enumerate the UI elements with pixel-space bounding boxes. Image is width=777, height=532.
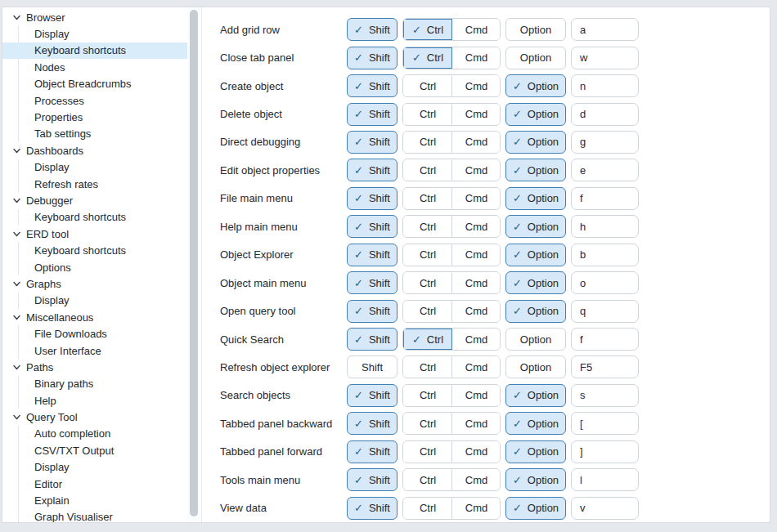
option-toggle[interactable]: ✓Option	[505, 300, 566, 323]
cmd-toggle[interactable]: ✓Cmd	[451, 216, 501, 237]
tree-item-display[interactable]: Display	[2, 459, 187, 476]
shift-toggle[interactable]: ✓Shift	[347, 412, 397, 435]
key-input[interactable]	[571, 384, 639, 407]
shift-toggle[interactable]: ✓Shift	[347, 300, 397, 323]
tree-item-options[interactable]: Options	[2, 259, 187, 275]
ctrl-toggle[interactable]: ✓Ctrl	[403, 19, 452, 40]
option-toggle[interactable]: ✓Option	[505, 271, 566, 294]
ctrl-toggle[interactable]: ✓Ctrl	[403, 498, 452, 519]
ctrl-toggle[interactable]: ✓Ctrl	[403, 356, 452, 378]
key-input[interactable]	[571, 103, 639, 126]
tree-item-explain[interactable]: Explain	[2, 492, 187, 508]
shift-toggle[interactable]: ✓Shift	[347, 271, 397, 294]
key-input[interactable]	[571, 468, 639, 491]
tree-item-nodes[interactable]: Nodes	[2, 59, 187, 75]
chevron-down-icon[interactable]	[12, 13, 21, 22]
tree-item-properties[interactable]: Properties	[2, 109, 187, 125]
option-toggle[interactable]: ✓Option	[505, 215, 566, 238]
cmd-toggle[interactable]: ✓Cmd	[451, 441, 501, 463]
shift-toggle[interactable]: ✓Shift	[347, 468, 397, 491]
ctrl-toggle[interactable]: ✓Ctrl	[403, 104, 452, 125]
tree-item-keyboard-shortcuts[interactable]: Keyboard shortcuts	[2, 242, 187, 258]
key-input[interactable]	[571, 271, 639, 294]
option-toggle[interactable]: ✓Option	[505, 412, 566, 435]
ctrl-toggle[interactable]: ✓Ctrl	[403, 159, 452, 181]
key-input[interactable]	[571, 440, 639, 463]
key-input[interactable]	[571, 159, 639, 181]
key-input[interactable]	[571, 187, 639, 210]
key-input[interactable]	[571, 131, 639, 154]
tree-item-paths[interactable]: Paths	[2, 359, 187, 375]
option-toggle[interactable]: ✓Option	[505, 440, 566, 463]
tree-item-refresh-rates[interactable]: Refresh rates	[2, 176, 187, 192]
shift-toggle[interactable]: ✓Shift	[347, 384, 397, 407]
sidebar-scrollbar-thumb[interactable]	[190, 10, 198, 516]
chevron-down-icon[interactable]	[12, 313, 21, 322]
sidebar-scrollbar[interactable]	[187, 7, 201, 522]
cmd-toggle[interactable]: ✓Cmd	[451, 19, 501, 40]
ctrl-toggle[interactable]: ✓Ctrl	[403, 216, 452, 237]
key-input[interactable]	[571, 300, 639, 323]
tree-item-miscellaneous[interactable]: Miscellaneous	[2, 309, 187, 325]
option-toggle[interactable]: ✓Option	[505, 244, 566, 266]
shift-toggle[interactable]: ✓Shift	[347, 74, 397, 97]
shift-toggle[interactable]: ✓Shift	[347, 355, 397, 378]
ctrl-toggle[interactable]: ✓Ctrl	[403, 329, 452, 350]
chevron-down-icon[interactable]	[12, 196, 21, 205]
ctrl-toggle[interactable]: ✓Ctrl	[403, 301, 452, 322]
option-toggle[interactable]: ✓Option	[505, 384, 566, 407]
option-toggle[interactable]: ✓Option	[505, 18, 566, 41]
tree-item-graphs[interactable]: Graphs	[2, 275, 187, 292]
tree-item-display[interactable]: Display	[2, 159, 187, 176]
shift-toggle[interactable]: ✓Shift	[347, 328, 397, 351]
ctrl-toggle[interactable]: ✓Ctrl	[403, 441, 452, 463]
tree-item-processes[interactable]: Processes	[2, 92, 187, 109]
shift-toggle[interactable]: ✓Shift	[347, 215, 397, 238]
key-input[interactable]	[571, 47, 639, 69]
cmd-toggle[interactable]: ✓Cmd	[451, 75, 501, 96]
ctrl-toggle[interactable]: ✓Ctrl	[403, 469, 452, 490]
ctrl-toggle[interactable]: ✓Ctrl	[403, 244, 452, 266]
shift-toggle[interactable]: ✓Shift	[347, 187, 397, 210]
option-toggle[interactable]: ✓Option	[505, 328, 566, 351]
tree-item-debugger[interactable]: Debugger	[2, 192, 187, 208]
chevron-down-icon[interactable]	[12, 279, 21, 288]
key-input[interactable]	[571, 215, 639, 238]
tree-item-display[interactable]: Display	[2, 25, 187, 42]
tree-item-user-interface[interactable]: User Interface	[2, 342, 187, 359]
option-toggle[interactable]: ✓Option	[505, 47, 566, 69]
tree-item-tab-settings[interactable]: Tab settings	[2, 126, 187, 142]
tree-item-keyboard-shortcuts[interactable]: Keyboard shortcuts	[2, 42, 187, 59]
shift-toggle[interactable]: ✓Shift	[347, 47, 397, 69]
key-input[interactable]	[571, 328, 639, 351]
option-toggle[interactable]: ✓Option	[505, 159, 566, 181]
cmd-toggle[interactable]: ✓Cmd	[451, 329, 501, 350]
option-toggle[interactable]: ✓Option	[505, 187, 566, 210]
tree-item-editor[interactable]: Editor	[2, 476, 187, 492]
cmd-toggle[interactable]: ✓Cmd	[451, 356, 501, 378]
cmd-toggle[interactable]: ✓Cmd	[451, 104, 501, 125]
chevron-down-icon[interactable]	[12, 146, 21, 155]
ctrl-toggle[interactable]: ✓Ctrl	[403, 413, 452, 434]
tree-item-dashboards[interactable]: Dashboards	[2, 142, 187, 159]
cmd-toggle[interactable]: ✓Cmd	[451, 188, 501, 209]
key-input[interactable]	[571, 244, 639, 266]
cmd-toggle[interactable]: ✓Cmd	[451, 159, 501, 181]
key-input[interactable]	[571, 497, 639, 520]
option-toggle[interactable]: ✓Option	[505, 497, 566, 520]
key-input[interactable]	[571, 74, 639, 97]
shift-toggle[interactable]: ✓Shift	[347, 131, 397, 154]
ctrl-toggle[interactable]: ✓Ctrl	[403, 132, 452, 153]
cmd-toggle[interactable]: ✓Cmd	[451, 132, 501, 153]
cmd-toggle[interactable]: ✓Cmd	[451, 244, 501, 266]
chevron-down-icon[interactable]	[12, 363, 21, 372]
tree-item-file-downloads[interactable]: File Downloads	[2, 325, 187, 342]
ctrl-toggle[interactable]: ✓Ctrl	[403, 188, 452, 209]
chevron-down-icon[interactable]	[12, 230, 21, 239]
cmd-toggle[interactable]: ✓Cmd	[451, 272, 501, 293]
tree-item-binary-paths[interactable]: Binary paths	[2, 376, 187, 392]
tree-item-auto-completion[interactable]: Auto completion	[2, 426, 187, 442]
tree-item-query-tool[interactable]: Query Tool	[2, 409, 187, 425]
cmd-toggle[interactable]: ✓Cmd	[451, 498, 501, 519]
cmd-toggle[interactable]: ✓Cmd	[451, 385, 501, 406]
